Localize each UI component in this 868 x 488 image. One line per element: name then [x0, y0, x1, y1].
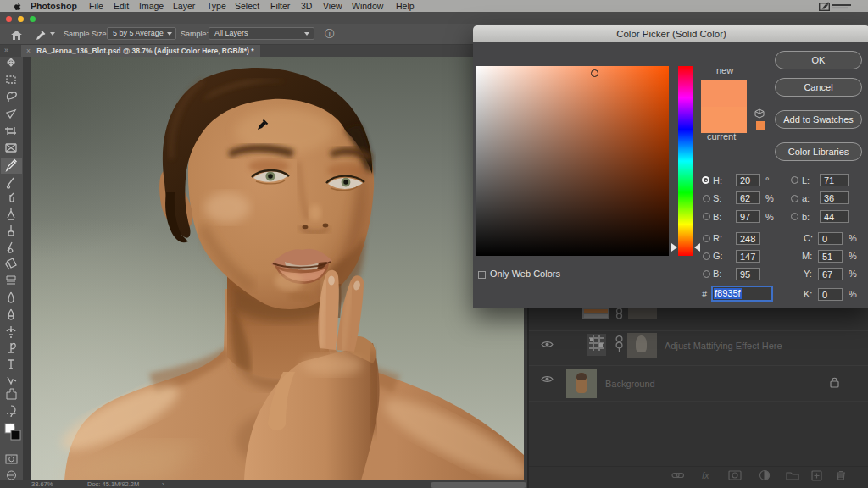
svg-text:fx: fx	[702, 470, 709, 480]
